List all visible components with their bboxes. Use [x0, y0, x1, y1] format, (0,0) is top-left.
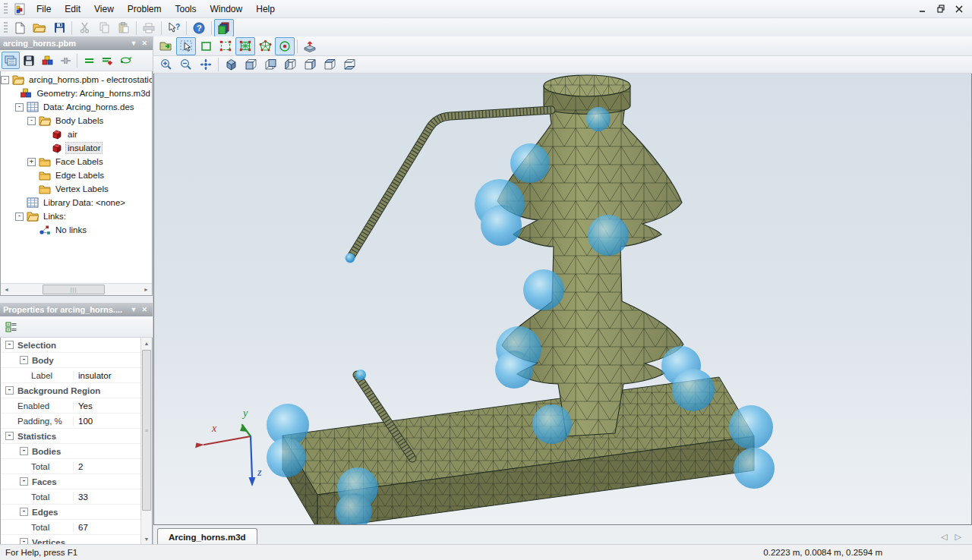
tree-item-links[interactable]: - Links:: [1, 209, 152, 223]
tab-scroll-left-icon[interactable]: ◁: [941, 532, 947, 542]
menu-tools[interactable]: Tools: [169, 2, 204, 17]
scroll-up-arrow-icon[interactable]: ▲: [141, 338, 152, 348]
scroll-left-arrow-icon[interactable]: ◄: [1, 284, 12, 295]
vertex-sphere[interactable]: [495, 351, 533, 389]
extrude-button[interactable]: [300, 37, 320, 55]
menu-view[interactable]: View: [87, 2, 121, 17]
menu-problem[interactable]: Problem: [121, 2, 169, 17]
prop-row-label[interactable]: Labelinsulator: [1, 368, 140, 383]
bottom-view-button[interactable]: [339, 55, 359, 74]
open-model-button[interactable]: [156, 37, 176, 55]
tree-item-no-links[interactable]: No links: [1, 223, 152, 237]
prop-value[interactable]: insulator: [74, 371, 111, 380]
scroll-down-arrow-icon[interactable]: ▼: [141, 533, 152, 544]
properties-panel-header[interactable]: Properties for arcing_horns.... ▼ ✕: [0, 303, 153, 316]
section-expander[interactable]: -: [20, 447, 28, 455]
selection-handles-button[interactable]: [216, 37, 235, 55]
rotate-3d-button[interactable]: [116, 52, 134, 69]
prop-row-faces-total[interactable]: Total33: [1, 489, 140, 505]
vertex-sphere[interactable]: [523, 269, 564, 310]
panel-menu-button[interactable]: ▼: [128, 306, 140, 313]
scrollbar-thumb[interactable]: ≡: [142, 350, 151, 511]
prop-section-body[interactable]: -Body: [1, 353, 140, 368]
section-expander[interactable]: -: [5, 432, 14, 440]
select-cursor-button[interactable]: [176, 37, 196, 55]
tree-expander[interactable]: -: [1, 76, 9, 84]
prop-section-statistics[interactable]: -Statistics: [1, 429, 140, 444]
zoom-fit-button[interactable]: [196, 55, 216, 74]
panel-splitter[interactable]: [0, 296, 153, 303]
vertex-sphere[interactable]: [729, 405, 773, 449]
vertex-sphere-small[interactable]: [355, 370, 366, 380]
tree-expander[interactable]: -: [15, 212, 24, 221]
tree-item-library-data[interactable]: Library Data: <none>: [1, 196, 152, 209]
tree-expander[interactable]: +: [27, 158, 36, 166]
tree-item-body-labels[interactable]: - Body Labels: [1, 114, 152, 127]
tab-scroll-right-icon[interactable]: ▷: [955, 532, 961, 542]
restore-button[interactable]: [936, 5, 946, 14]
toolbar-grip[interactable]: [4, 22, 8, 34]
mesh-model-canvas[interactable]: x y z: [154, 74, 972, 525]
copy-button[interactable]: [94, 19, 114, 37]
section-expander[interactable]: -: [20, 356, 28, 364]
categorized-view-button[interactable]: + +: [2, 318, 20, 335]
panel-close-button[interactable]: ✕: [139, 39, 150, 47]
tree-item-edge-labels[interactable]: Edge Labels: [1, 168, 152, 182]
tree-item-insulator[interactable]: insulator: [1, 141, 152, 155]
vertex-sphere[interactable]: [510, 143, 550, 183]
menu-edit[interactable]: Edit: [58, 2, 87, 17]
iso-view-button[interactable]: [221, 55, 241, 74]
viewport-3d-scene[interactable]: x y z: [153, 74, 972, 525]
open-button[interactable]: [30, 19, 49, 37]
vertex-sphere-small[interactable]: [346, 253, 355, 263]
properties-vertical-scrollbar[interactable]: ▲ ≡ ▼: [140, 338, 152, 544]
prop-row-padding[interactable]: Padding, %100: [1, 414, 140, 429]
vertex-sphere[interactable]: [588, 215, 629, 256]
vertex-sphere[interactable]: [532, 404, 572, 444]
scroll-right-arrow-icon[interactable]: ►: [140, 284, 152, 295]
tree-item-project-root[interactable]: - arcing_horns.pbm - electrostatics: [1, 73, 152, 87]
vertex-sphere[interactable]: [586, 107, 611, 131]
tree-item-geometry[interactable]: Geometry: Arcing_horns.m3d: [1, 87, 152, 100]
context-help-button[interactable]: ?: [164, 19, 184, 37]
help-button[interactable]: ?: [189, 19, 209, 37]
front-view-button[interactable]: [241, 55, 260, 74]
window-cascade-button[interactable]: [214, 19, 234, 37]
section-expander[interactable]: -: [20, 538, 28, 544]
print-button[interactable]: [139, 19, 159, 37]
section-expander[interactable]: -: [20, 508, 28, 516]
prop-section-vertices[interactable]: -Vertices: [1, 535, 140, 544]
cut-button[interactable]: [74, 19, 94, 37]
paste-button[interactable]: [114, 19, 134, 37]
prop-value[interactable]: Yes: [74, 401, 93, 411]
prop-value[interactable]: 33: [74, 492, 88, 502]
green-equals-marker-button[interactable]: [98, 52, 116, 69]
prop-row-edges-total[interactable]: Total67: [1, 520, 140, 535]
connector-button[interactable]: [56, 52, 74, 69]
new-document-button[interactable]: [10, 19, 30, 37]
grid-select-button[interactable]: [235, 37, 255, 55]
prop-value[interactable]: 2: [74, 462, 83, 471]
prop-value[interactable]: 100: [74, 417, 93, 426]
tree-item-vertex-labels[interactable]: Vertex Labels: [1, 182, 152, 196]
tree-item-face-labels[interactable]: + Face Labels: [1, 155, 152, 168]
tree-item-data[interactable]: - Data: Arcing_horns.des: [1, 100, 152, 114]
tree-horizontal-scrollbar[interactable]: ◄ ||| ►: [1, 283, 152, 295]
vertex-sphere[interactable]: [267, 438, 306, 477]
vertex-sphere[interactable]: [481, 205, 522, 246]
panel-window-button[interactable]: [2, 52, 20, 69]
minimize-button[interactable]: [917, 5, 928, 14]
prop-row-bodies-total[interactable]: Total2: [1, 459, 140, 474]
tree-expander[interactable]: -: [15, 103, 24, 112]
prop-row-enabled[interactable]: EnabledYes: [1, 398, 140, 414]
prop-section-edges[interactable]: -Edges: [1, 505, 140, 520]
panel-close-button[interactable]: ✕: [139, 306, 150, 313]
vertex-sphere[interactable]: [672, 369, 715, 411]
close-button[interactable]: [954, 5, 964, 14]
vertex-sphere[interactable]: [734, 448, 775, 489]
rectangle-tool-button[interactable]: [196, 37, 216, 55]
menu-window[interactable]: Window: [204, 2, 250, 17]
toolbar-grip[interactable]: [4, 3, 8, 15]
save-problem-button[interactable]: [20, 52, 38, 69]
geometry-button[interactable]: [38, 52, 56, 69]
